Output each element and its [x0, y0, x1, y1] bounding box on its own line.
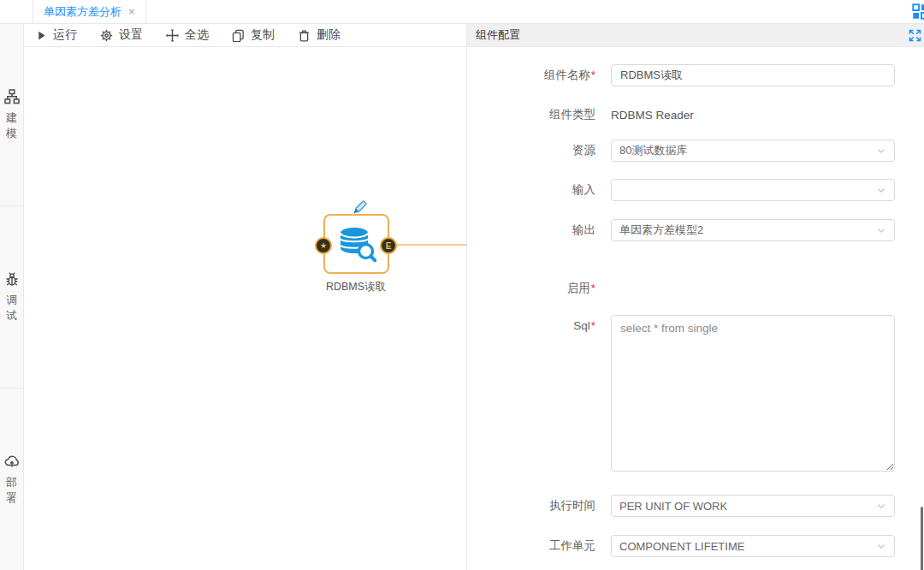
component-type-value: RDBMS Reader: [611, 109, 895, 122]
panel-title: 组件配置: [476, 27, 520, 43]
work-unit-value: COMPONENT LIFETIME: [619, 540, 744, 553]
tab-label: 单因素方差分析: [44, 4, 121, 20]
run-button[interactable]: 运行: [36, 27, 77, 43]
sidebar-item-modeling[interactable]: 建模: [0, 24, 23, 205]
sql-label: Sql: [573, 319, 590, 332]
work-unit-select[interactable]: COMPONENT LIFETIME: [611, 535, 895, 557]
workspace: 运行 设置: [24, 24, 466, 570]
copy-button[interactable]: 复制: [232, 27, 275, 43]
field-component-name: 组件名称*: [467, 64, 924, 86]
tab-bar: 单因素方差分析 ×: [0, 0, 924, 24]
flow-canvas[interactable]: ★ E RDBMS读取: [24, 47, 466, 570]
required-star: *: [591, 319, 595, 332]
output-port-glyph: E: [386, 241, 392, 251]
tab-anova[interactable]: 单因素方差分析 ×: [33, 0, 146, 23]
required-star: *: [591, 282, 595, 294]
output-select[interactable]: 单因素方差模型2: [611, 219, 895, 241]
select-all-button[interactable]: 全选: [166, 27, 209, 43]
bug-icon: [4, 271, 20, 287]
required-star: *: [591, 68, 595, 81]
select-all-label: 全选: [185, 27, 209, 43]
cloud-upload-icon: [4, 454, 20, 469]
sidebar-label-modeling: 建模: [6, 110, 18, 140]
trash-icon: [298, 29, 311, 42]
node-label: RDBMS读取: [313, 280, 399, 294]
copy-label: 复制: [251, 27, 275, 43]
database-search-icon: [337, 226, 376, 262]
hierarchy-icon: [4, 89, 20, 104]
exec-time-select[interactable]: PER UNIT OF WORK: [611, 495, 895, 517]
config-panel: 组件配置 组件名称* 组件类型 RDBMS R: [466, 24, 924, 570]
field-sql: Sql* select * from single: [467, 315, 924, 475]
work-unit-label: 工作单元: [549, 539, 595, 552]
chevron-down-icon: [876, 185, 886, 195]
toggle-knob: [595, 290, 609, 304]
sql-textarea[interactable]: select * from single: [611, 315, 895, 472]
select-all-icon: [166, 29, 179, 42]
sidebar-label-deploy: 部署: [6, 475, 18, 505]
field-output: 输出 单因素方差模型2: [467, 219, 924, 241]
settings-button[interactable]: 设置: [100, 27, 143, 43]
connection-edge[interactable]: [388, 244, 466, 246]
play-icon: [36, 30, 47, 41]
resource-select[interactable]: 80测试数据库: [611, 140, 895, 162]
config-form: 组件名称* 组件类型 RDBMS Reader 资源 80测试数据库: [467, 47, 924, 570]
expand-icon[interactable]: [909, 29, 921, 42]
enabled-label: 启用: [567, 282, 590, 294]
app-window: 单因素方差分析 × 建模: [0, 0, 924, 570]
field-input: 输入: [467, 179, 924, 201]
chevron-down-icon: [876, 225, 886, 235]
sidebar-item-deploy[interactable]: 部署: [0, 388, 23, 570]
field-component-type: 组件类型 RDBMS Reader: [467, 107, 924, 122]
output-label: 输出: [572, 223, 595, 236]
exec-time-value: PER UNIT OF WORK: [619, 500, 727, 513]
field-exec-time: 执行时间 PER UNIT OF WORK: [467, 495, 924, 517]
panel-scrollbar-thumb[interactable]: [921, 507, 923, 570]
chevron-down-icon: [876, 501, 886, 511]
input-port-glyph: ★: [320, 241, 327, 250]
component-type-label: 组件类型: [549, 108, 595, 121]
apps-grid-icon[interactable]: [912, 3, 924, 20]
exec-time-label: 执行时间: [549, 499, 595, 512]
resource-value: 80测试数据库: [619, 143, 687, 158]
check-icon: [617, 293, 625, 301]
input-label: 输入: [572, 183, 595, 196]
field-resource: 资源 80测试数据库: [467, 140, 924, 162]
canvas-toolbar: 运行 设置: [24, 24, 466, 47]
left-sidebar: 建模 调试: [0, 24, 24, 570]
node-output-port[interactable]: E: [380, 237, 397, 254]
tab-close-icon[interactable]: ×: [128, 5, 135, 18]
resource-label: 资源: [572, 144, 595, 157]
input-select[interactable]: [611, 179, 895, 201]
delete-button[interactable]: 删除: [298, 27, 341, 43]
config-panel-header: 组件配置: [467, 24, 924, 47]
field-work-unit: 工作单元 COMPONENT LIFETIME: [467, 535, 924, 557]
gear-icon: [100, 29, 113, 42]
sidebar-label-debug: 调试: [6, 293, 18, 323]
component-name-label: 组件名称: [544, 68, 590, 81]
settings-label: 设置: [119, 27, 143, 43]
node-input-port[interactable]: ★: [315, 237, 332, 254]
sidebar-item-debug[interactable]: 调试: [0, 205, 23, 388]
output-value: 单因素方差模型2: [619, 223, 703, 238]
copy-icon: [232, 29, 245, 42]
chevron-down-icon: [876, 145, 886, 156]
delete-label: 删除: [317, 27, 341, 43]
chevron-down-icon: [876, 541, 886, 551]
component-name-input[interactable]: [611, 64, 895, 86]
field-enabled: 启用*: [467, 281, 924, 296]
run-label: 运行: [53, 27, 77, 43]
